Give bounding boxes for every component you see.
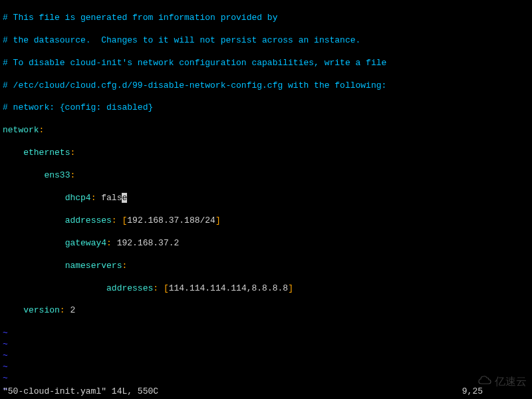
yaml-colon: : (91, 193, 96, 203)
yaml-key-version: version (23, 305, 60, 315)
yaml-colon: : (106, 238, 112, 248)
tilde-marker: ~ (3, 328, 8, 338)
yaml-key-interface: ens33 (44, 170, 70, 180)
tilde-marker: ~ (3, 373, 8, 383)
yaml-value-ns-addresses: 114.114.114.114,8.8.8.8 (169, 283, 288, 293)
comment-line: # the datasource. Changes to it will not… (3, 35, 360, 45)
editor-content[interactable]: # This file is generated from informatio… (3, 1, 529, 399)
yaml-bracket: [ (164, 283, 169, 293)
tilde-marker: ~ (3, 350, 8, 360)
yaml-key-addresses: addresses (65, 215, 112, 225)
status-filename: "50-cloud-init.yaml" (3, 386, 106, 396)
yaml-bracket: ] (288, 283, 293, 293)
yaml-value-dhcp4: fals (101, 193, 122, 203)
tilde-marker: ~ (3, 339, 8, 349)
tilde-marker: ~ (3, 362, 8, 372)
comment-line: # To disable cloud-init's network config… (3, 58, 386, 68)
yaml-key-ns-addresses: addresses (106, 283, 153, 293)
yaml-colon: : (70, 170, 75, 180)
yaml-colon: : (70, 148, 75, 158)
yaml-bracket: ] (215, 215, 221, 225)
comment-line: # network: {config: disabled} (3, 102, 153, 112)
yaml-key-network: network (3, 125, 39, 135)
vim-status-bar: "50-cloud-init.yaml" 14L, 550C 9,25 (3, 386, 529, 398)
yaml-key-dhcp4: dhcp4 (65, 193, 91, 203)
comment-line: # /etc/cloud/cloud.cfg.d/99-disable-netw… (3, 80, 386, 90)
yaml-colon: : (112, 215, 117, 225)
yaml-colon: : (60, 305, 65, 315)
cloud-icon (477, 376, 492, 390)
yaml-value-addresses: 192.168.37.188/24 (127, 215, 215, 225)
yaml-colon: : (153, 283, 158, 293)
status-info: 14L, 550C (112, 386, 158, 396)
yaml-key-nameservers: nameservers (65, 261, 122, 271)
watermark: 亿速云 (477, 376, 527, 390)
yaml-value-version: 2 (70, 305, 75, 315)
cursor: e (122, 193, 127, 203)
yaml-colon: : (122, 261, 127, 271)
watermark-text: 亿速云 (495, 376, 527, 390)
comment-line: # This file is generated from informatio… (3, 13, 277, 23)
yaml-colon: : (39, 125, 45, 135)
yaml-key-gateway4: gateway4 (65, 238, 106, 248)
yaml-value-gateway4: 192.168.37.2 (117, 238, 180, 248)
yaml-key-ethernets: ethernets (23, 148, 70, 158)
